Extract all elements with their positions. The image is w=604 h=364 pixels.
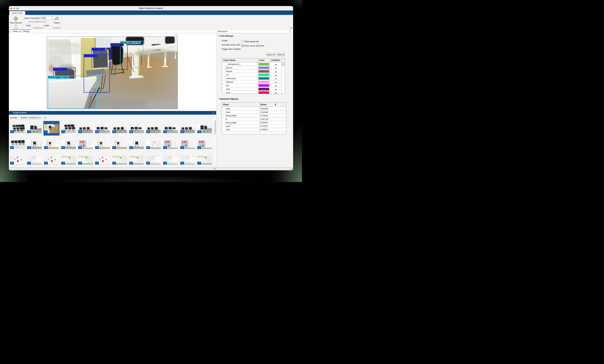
- svg-text:chair: 0.989: chair: 0.989: [111, 43, 124, 46]
- svg-text:chair: 0.626: chair: 0.626: [92, 48, 105, 50]
- svg-text:dining table: 0.856: dining table: 0.856: [48, 76, 68, 78]
- svg-text:chair: 0.604: chair: 0.604: [84, 54, 97, 57]
- svg-text:chair: 0.979: chair: 0.979: [54, 68, 66, 71]
